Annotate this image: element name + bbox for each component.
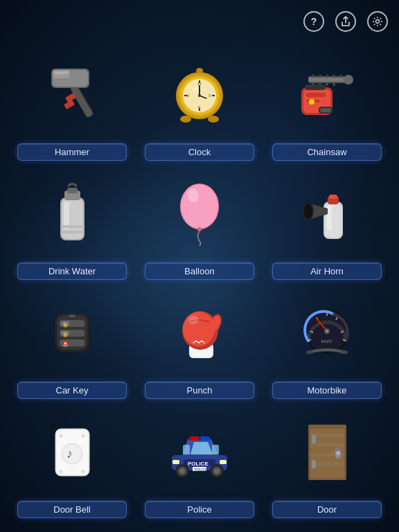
drinkwater-item[interactable]: Drink Water (11, 166, 133, 280)
svg-point-76 (69, 314, 76, 317)
svg-point-65 (304, 204, 312, 219)
svg-text:3: 3 (209, 94, 211, 98)
svg-rect-31 (319, 75, 321, 78)
svg-rect-124 (220, 460, 227, 464)
svg-rect-142 (312, 435, 316, 443)
svg-rect-52 (67, 188, 78, 193)
svg-text:POLICE: POLICE (188, 461, 209, 467)
svg-point-82 (183, 312, 215, 346)
svg-point-119 (179, 468, 185, 474)
carkey-image: 🔒 🔓 🚨 (11, 285, 133, 382)
motorbike-item[interactable]: km/h Motorbike (266, 285, 388, 399)
police-item[interactable]: POLICE POLICE Police (139, 405, 260, 518)
clock-image: 12 3 6 9 (139, 47, 260, 143)
motorbike-label: Motorbike (272, 382, 382, 399)
svg-rect-42 (306, 93, 326, 97)
doorbell-item[interactable]: ♪ Door Bell (11, 405, 133, 518)
share-icon[interactable] (335, 11, 356, 32)
chainsaw-label: Chainsaw (272, 143, 382, 161)
svg-text:POLICE: POLICE (195, 468, 208, 472)
svg-rect-61 (327, 206, 332, 230)
svg-point-105 (81, 434, 85, 438)
carkey-icon: 🔒 🔓 🚨 (44, 305, 100, 360)
door-item[interactable]: Door (266, 405, 388, 518)
svg-rect-34 (339, 75, 342, 78)
settings-icon[interactable] (367, 11, 388, 32)
balloon-label: Balloon (145, 263, 254, 280)
balloon-item[interactable]: Balloon (139, 166, 260, 280)
chainsaw-item[interactable]: Chainsaw (266, 47, 388, 161)
punch-item[interactable]: Punch (139, 285, 260, 399)
svg-rect-123 (172, 460, 179, 464)
svg-rect-32 (326, 75, 328, 78)
doorbell-image: ♪ (11, 405, 133, 501)
motorbike-image: km/h (266, 285, 388, 382)
punch-image (139, 285, 260, 382)
svg-point-106 (59, 470, 62, 474)
airhorn-label: Air Horn (272, 263, 382, 280)
svg-rect-53 (60, 225, 85, 228)
svg-text:♪: ♪ (66, 447, 73, 461)
hammer-label: Hammer (17, 143, 127, 161)
svg-rect-134 (310, 443, 344, 447)
svg-text:9: 9 (187, 94, 189, 98)
motorbike-icon: km/h (296, 305, 358, 360)
drinkwater-label: Drink Water (17, 263, 127, 280)
svg-rect-33 (332, 75, 335, 78)
carkey-label: Car Key (17, 382, 127, 399)
svg-text:6: 6 (198, 105, 200, 109)
water-icon (53, 182, 91, 245)
clock-label: Clock (145, 143, 254, 161)
airhorn-item[interactable]: Air Horn (266, 166, 388, 280)
svg-point-122 (214, 468, 220, 474)
svg-rect-143 (312, 460, 316, 468)
svg-rect-111 (212, 445, 219, 454)
hammer-icon (44, 63, 100, 125)
chainsaw-image (266, 47, 388, 143)
doorbell-label: Door Bell (17, 501, 127, 518)
svg-rect-137 (310, 427, 344, 429)
help-icon[interactable]: ? (303, 11, 324, 32)
svg-rect-113 (189, 436, 199, 441)
svg-point-58 (197, 227, 202, 231)
police-label: Police (145, 501, 254, 518)
svg-rect-38 (332, 83, 335, 86)
svg-rect-54 (60, 231, 85, 233)
clock-icon: 12 3 6 9 (172, 64, 227, 125)
airhorn-icon (301, 182, 353, 245)
svg-rect-30 (312, 75, 314, 78)
svg-rect-2 (70, 85, 94, 118)
svg-point-47 (309, 99, 314, 105)
svg-point-0 (376, 20, 380, 24)
svg-rect-141 (335, 447, 341, 451)
top-bar: ? (303, 11, 388, 32)
svg-point-56 (181, 185, 218, 228)
chainsaw-icon (298, 64, 357, 125)
svg-text:km/h: km/h (321, 339, 332, 344)
svg-rect-98 (341, 351, 348, 354)
svg-rect-45 (320, 108, 331, 112)
hammer-item[interactable]: Hammer (11, 47, 133, 161)
svg-point-95 (326, 330, 328, 332)
police-icon: POLICE POLICE (168, 424, 231, 479)
svg-rect-114 (200, 436, 210, 441)
punch-icon (174, 303, 226, 362)
doorbell-icon: ♪ (50, 422, 95, 481)
svg-rect-97 (306, 351, 313, 354)
door-image (266, 405, 388, 501)
svg-rect-8 (55, 71, 69, 74)
svg-point-39 (344, 75, 353, 85)
carkey-item[interactable]: 🔒 🔓 🚨 Car Key (11, 285, 133, 399)
balloon-image (139, 166, 260, 263)
clock-item[interactable]: 12 3 6 9 Clock (139, 47, 260, 161)
sound-grid: Hammer (0, 42, 399, 532)
svg-point-107 (81, 470, 85, 474)
svg-rect-46 (305, 85, 326, 90)
hammer-image (11, 47, 133, 143)
punch-label: Punch (145, 382, 254, 399)
svg-rect-63 (329, 195, 337, 199)
svg-rect-110 (183, 445, 190, 454)
door-label: Door (272, 501, 382, 518)
drinkwater-image (11, 166, 133, 263)
svg-point-104 (59, 434, 62, 438)
